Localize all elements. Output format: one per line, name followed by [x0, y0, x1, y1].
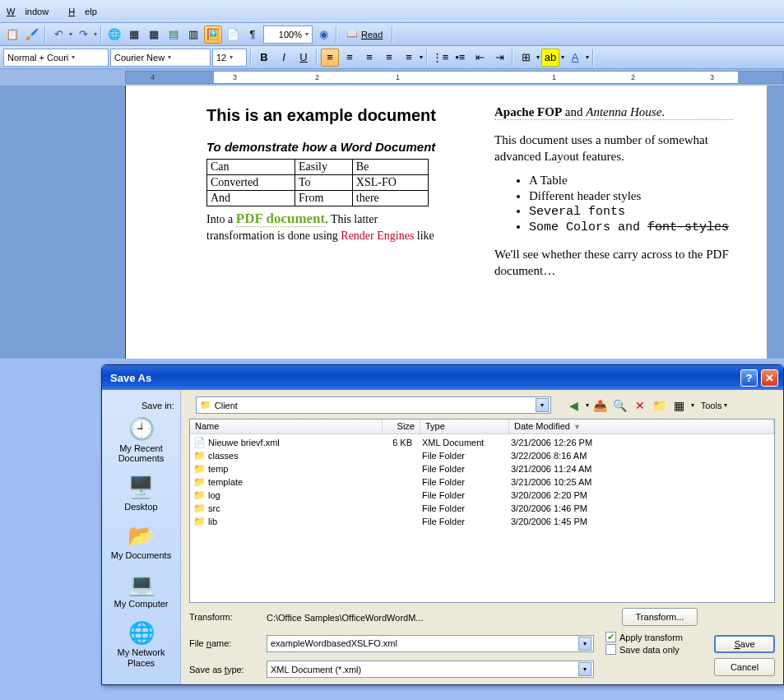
column-name[interactable]: Name: [190, 420, 383, 433]
menu-window[interactable]: Window: [7, 7, 58, 16]
excel-icon[interactable]: ▤: [165, 25, 183, 44]
place-recent[interactable]: 🕘 My Recent Documents: [102, 413, 180, 468]
places-bar: 🕘 My Recent Documents 🖥️ Desktop 📂 My Do…: [102, 390, 181, 684]
file-list[interactable]: Name Size Type Date Modified▼ 📄Nieuwe br…: [189, 419, 775, 603]
up-one-level-icon[interactable]: 📤: [592, 397, 609, 414]
italic-button[interactable]: I: [275, 49, 293, 67]
font-size-combo[interactable]: 12▾: [212, 49, 247, 67]
file-list-header[interactable]: Name Size Type Date Modified▼: [190, 420, 774, 434]
file-row[interactable]: 📁logFile Folder3/20/2006 2:20 PM: [190, 489, 774, 502]
dialog-titlebar[interactable]: Save As ? ✕: [102, 365, 783, 390]
save-in-combo[interactable]: 📁 Client ▾: [196, 396, 551, 414]
help-icon[interactable]: ◉: [314, 25, 332, 44]
document-table: CanEasilyBe ConvertedToXSL-FO AndFromthe…: [206, 159, 429, 206]
chevron-down-icon[interactable]: ▾: [536, 398, 549, 412]
columns-icon[interactable]: ▥: [184, 25, 202, 44]
heading-2: To demonstrate how a Word Document: [206, 140, 445, 155]
column-size[interactable]: Size: [383, 420, 420, 433]
help-button[interactable]: ?: [740, 369, 758, 387]
show-formatting-icon[interactable]: ¶: [244, 25, 262, 44]
font-color-button[interactable]: A: [566, 49, 584, 67]
undo-button[interactable]: ↶: [49, 25, 67, 44]
delete-icon[interactable]: ✕: [632, 397, 648, 414]
back-icon[interactable]: ◀: [566, 397, 582, 414]
page[interactable]: This is an example document To demonstra…: [125, 86, 767, 359]
apply-transform-checkbox[interactable]: ✔Apply transform: [605, 632, 683, 642]
increase-indent-button[interactable]: ⇥: [490, 49, 508, 67]
paragraph: Apache FOP and Antenna House.: [494, 105, 733, 120]
paragraph: We'll see whether these carry across to …: [494, 246, 733, 280]
style-combo[interactable]: Normal + Couri▾: [3, 49, 109, 67]
standard-toolbar: 📋 🖌️ ↶ ▾ ↷ ▾ 🌐 ▦ ▦ ▤ ▥ 🖼️ 📄 ¶ 100%▾ ◉ 📖 …: [0, 23, 784, 46]
save-as-dialog: Save As ? ✕ 🕘 My Recent Documents 🖥️ Des…: [101, 364, 784, 685]
save-button[interactable]: Save: [714, 635, 775, 653]
my-computer-icon: 💻: [128, 570, 155, 598]
redo-button[interactable]: ↷: [74, 25, 92, 44]
decrease-indent-button[interactable]: ⇤: [471, 49, 489, 67]
highlight-button[interactable]: ab: [541, 49, 559, 67]
file-row[interactable]: 📁libFile Folder3/20/2006 1:45 PM: [190, 515, 774, 528]
file-row[interactable]: 📄Nieuwe brievf.xml6 KBXML Document3/21/2…: [190, 436, 774, 449]
separator: [316, 49, 318, 66]
paragraph: Into a PDF document. This latter transfo…: [206, 210, 445, 244]
savetype-label: Save as type:: [189, 665, 258, 675]
bullets-button[interactable]: ⦁≡: [451, 49, 469, 67]
tools-menu[interactable]: Tools ▾: [701, 401, 728, 410]
views-icon[interactable]: ▦: [671, 397, 688, 414]
save-data-only-checkbox[interactable]: Save data only: [605, 644, 683, 655]
file-row[interactable]: 📁tempFile Folder3/21/2006 11:24 AM: [190, 462, 774, 475]
network-places-icon: 🌐: [128, 619, 155, 647]
justify-button[interactable]: ≡: [380, 49, 398, 67]
brush-icon[interactable]: 🖌️: [23, 25, 41, 44]
folder-icon: 📁: [200, 400, 211, 410]
file-row[interactable]: 📁templateFile Folder3/21/2006 10:25 AM: [190, 475, 774, 489]
place-mycomputer[interactable]: 💻 My Computer: [110, 568, 171, 614]
place-desktop[interactable]: 🖥️ Desktop: [121, 471, 160, 517]
zoom-combo[interactable]: 100%▾: [263, 25, 313, 44]
align-center-button[interactable]: ≡: [341, 49, 359, 67]
save-in-label: Save in:: [141, 401, 174, 410]
document-map-icon[interactable]: 📄: [224, 25, 242, 44]
drawing-toolbar-icon[interactable]: 🖼️: [204, 25, 222, 44]
format-painter-icon[interactable]: 📋: [3, 25, 21, 44]
desktop-icon: 🖥️: [127, 473, 155, 501]
separator: [100, 26, 102, 43]
place-network[interactable]: 🌐 My Network Places: [102, 617, 180, 672]
line-spacing-button[interactable]: ≡: [400, 49, 418, 67]
paragraph: This document uses a number of somewhat …: [494, 132, 733, 165]
underline-button[interactable]: U: [295, 49, 313, 67]
tables-borders-icon[interactable]: ▦: [125, 25, 143, 44]
heading-1: This is an example document: [206, 105, 445, 125]
filename-label: File name:: [189, 638, 258, 648]
search-icon[interactable]: 🔍: [612, 397, 629, 414]
formatting-toolbar: Normal + Couri▾ Courier New▾ 12▾ B I U ≡…: [0, 46, 784, 69]
file-row[interactable]: 📁classesFile Folder3/22/2006 8:16 AM: [190, 449, 774, 462]
bullet-list: A Table Different header styles Several …: [529, 174, 733, 234]
separator: [512, 49, 513, 66]
menu-help[interactable]: Help: [68, 7, 107, 16]
bold-button[interactable]: B: [255, 49, 273, 67]
ruler[interactable]: 4 3 2 1 1 2 3: [0, 69, 784, 86]
file-row[interactable]: 📁srcFile Folder3/20/2006 1:46 PM: [190, 502, 774, 515]
close-button[interactable]: ✕: [761, 369, 778, 387]
new-folder-icon[interactable]: 📁: [652, 397, 668, 414]
separator: [44, 26, 46, 43]
transform-button[interactable]: Transform...: [622, 608, 698, 626]
numbering-button[interactable]: ⋮≡: [431, 49, 449, 67]
cancel-button[interactable]: Cancel: [714, 658, 775, 676]
insert-table-icon[interactable]: ▦: [145, 25, 163, 44]
menu-bar: Window Help: [0, 0, 784, 23]
separator: [250, 49, 252, 66]
column-type[interactable]: Type: [420, 420, 509, 433]
borders-button[interactable]: ⊞: [517, 49, 535, 67]
place-mydocs[interactable]: 📂 My Documents: [108, 520, 174, 565]
read-button[interactable]: 📖 Read: [341, 25, 388, 44]
savetype-combo[interactable]: XML Document (*.xml)▾: [267, 661, 594, 678]
recent-docs-icon: 🕘: [128, 415, 155, 443]
font-combo[interactable]: Courier New▾: [110, 49, 211, 67]
column-date[interactable]: Date Modified▼: [509, 420, 774, 433]
align-left-button[interactable]: ≡: [321, 49, 339, 67]
hyperlink-icon[interactable]: 🌐: [105, 25, 123, 44]
filename-combo[interactable]: exampleWordbasedXSLFO.xml▾: [267, 635, 594, 652]
align-right-button[interactable]: ≡: [360, 49, 378, 67]
